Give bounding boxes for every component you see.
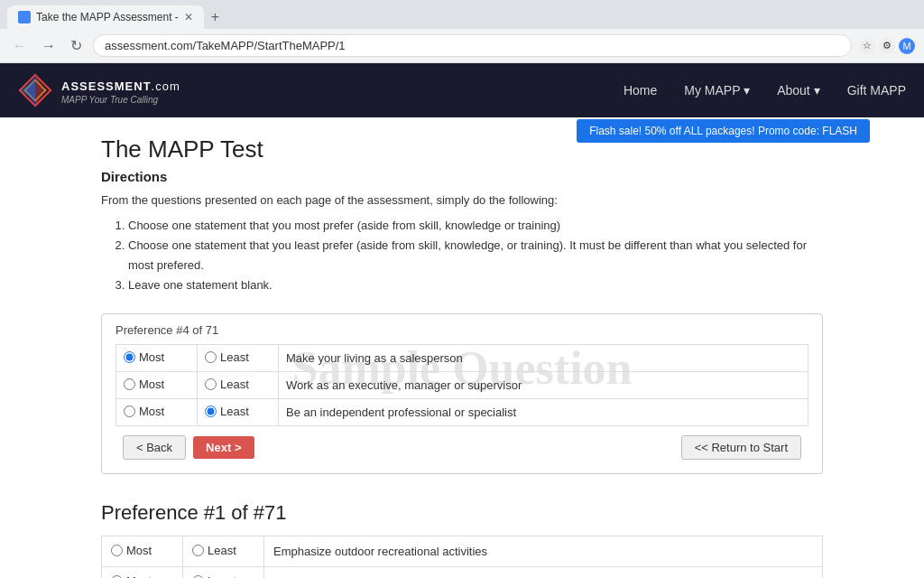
least-cell-3[interactable]: Least [198, 399, 279, 426]
preference-title: Preference #1 of #71 [101, 501, 823, 525]
p1-most-cell-1[interactable]: Most [102, 536, 183, 567]
most-cell-2[interactable]: Most [116, 372, 198, 399]
address-input[interactable] [93, 34, 852, 57]
direction-item-3: Leave one statement blank. [128, 275, 823, 295]
browser-chrome: Take the MAPP Assessment - ✕ + ← → ↻ ☆ ⚙… [0, 0, 924, 63]
sample-button-row: < Back Next > << Return to Start [116, 426, 808, 460]
p1-most-label-1[interactable]: Most [111, 544, 152, 557]
p1-most-cell-2[interactable]: Most [102, 567, 183, 578]
most-radio-label-3[interactable]: Most [124, 405, 164, 418]
p1-statement-2: Emphasize indoor recreational activities [264, 567, 823, 578]
p1-least-radio-1[interactable] [192, 545, 204, 556]
browser-actions: ☆ ⚙ M [859, 38, 915, 54]
nav-links: Home My MAPP ▾ About ▾ Gift MAPP [624, 83, 906, 98]
main-content: The MAPP Test Directions From the questi… [74, 117, 850, 578]
least-radio-3[interactable] [205, 406, 217, 417]
statement-cell-3: Be an independent professional or specia… [279, 399, 808, 426]
nav-link-giftmapp[interactable]: Gift MAPP [847, 83, 906, 98]
statement-cell-2: Work as an executive, manager or supervi… [279, 372, 808, 399]
extensions-icon[interactable]: ⚙ [879, 38, 895, 54]
directions-intro: From the questions presented on each pag… [101, 193, 823, 207]
flash-sale-banner: Flash sale! 50% off ALL packages! Promo … [577, 119, 870, 143]
least-radio-2[interactable] [205, 378, 217, 390]
preference-section: Preference #1 of #71 Most Least [101, 501, 823, 578]
directions-list: Choose one statement that you most prefe… [101, 216, 823, 295]
table-row: Most Least Work as an executive, manager… [116, 372, 808, 399]
least-radio-1[interactable] [205, 351, 217, 363]
most-radio-1[interactable] [124, 351, 135, 363]
logo-text: ASSESSMENT.com MAPP Your True Calling [61, 76, 180, 105]
preference-question-table: Most Least Emphasize outdoor recreationa… [101, 536, 823, 578]
directions-label: Directions [101, 169, 823, 184]
bookmark-icon[interactable]: ☆ [859, 38, 875, 54]
p1-least-label-1[interactable]: Least [192, 544, 236, 557]
tab-favicon [18, 11, 31, 23]
nav-link-about[interactable]: About ▾ [777, 83, 819, 98]
tab-close-button[interactable]: ✕ [184, 11, 193, 23]
next-button[interactable]: Next > [193, 436, 254, 459]
most-radio-2[interactable] [124, 378, 135, 390]
p1-least-cell-2[interactable]: Least [183, 567, 264, 578]
table-row: Most Least Emphasize outdoor recreationa… [102, 536, 823, 567]
table-row: Most Least Be an independent professiona… [116, 399, 808, 426]
sample-preference-label: Preference #4 of 71 [116, 323, 808, 337]
new-tab-button[interactable]: + [204, 9, 226, 25]
browser-tab[interactable]: Take the MAPP Assessment - ✕ [7, 5, 204, 29]
table-row: Most Least Emphasize indoor recreational… [102, 567, 823, 578]
most-radio-3[interactable] [124, 406, 135, 417]
nav-link-mymapp[interactable]: My MAPP ▾ [684, 83, 750, 98]
logo-sub-text: MAPP Your True Calling [61, 95, 180, 105]
statement-cell-1: Make your living as a salesperson [279, 345, 808, 372]
p1-statement-1: Emphasize outdoor recreational activitie… [264, 536, 823, 567]
browser-address-bar: ← → ↻ ☆ ⚙ M [0, 29, 924, 62]
forward-button[interactable]: → [38, 36, 60, 56]
back-button[interactable]: < Back [123, 435, 186, 460]
sample-question-table: Most Least Make your living as a salespe… [116, 344, 808, 426]
table-row: Most Least Make your living as a salespe… [116, 345, 808, 372]
logo-main-text: ASSESSMENT.com [61, 76, 180, 95]
site-navigation: ASSESSMENT.com MAPP Your True Calling Ho… [0, 63, 924, 117]
least-radio-label-1[interactable]: Least [205, 350, 249, 364]
direction-item-2: Choose one statement that you least pref… [128, 236, 823, 275]
return-to-start-button[interactable]: << Return to Start [681, 435, 801, 460]
least-cell-2[interactable]: Least [198, 372, 279, 399]
least-radio-label-3[interactable]: Least [205, 405, 249, 418]
direction-item-1: Choose one statement that you most prefe… [128, 216, 823, 236]
least-radio-label-2[interactable]: Least [205, 378, 249, 391]
sample-question-container: Sample Question Preference #4 of 71 Most… [101, 313, 823, 474]
most-radio-label-2[interactable]: Most [124, 378, 164, 391]
profile-icon[interactable]: M [899, 38, 915, 54]
p1-least-label-2[interactable]: Least [192, 574, 236, 578]
tab-title: Take the MAPP Assessment - [36, 11, 179, 23]
nav-link-home[interactable]: Home [624, 83, 657, 98]
p1-most-label-2[interactable]: Most [111, 574, 152, 578]
site-logo: ASSESSMENT.com MAPP Your True Calling [18, 73, 180, 107]
reload-button[interactable]: ↻ [67, 35, 86, 56]
most-cell-3[interactable]: Most [116, 399, 198, 426]
logo-diamond-icon [18, 73, 52, 107]
p1-least-cell-1[interactable]: Least [183, 536, 264, 567]
browser-tabs: Take the MAPP Assessment - ✕ + [0, 0, 924, 29]
p1-most-radio-1[interactable] [111, 545, 123, 556]
least-cell-1[interactable]: Least [198, 345, 279, 372]
most-cell-1[interactable]: Most [116, 345, 198, 372]
back-button[interactable]: ← [9, 36, 31, 56]
most-radio-label-1[interactable]: Most [124, 350, 164, 364]
